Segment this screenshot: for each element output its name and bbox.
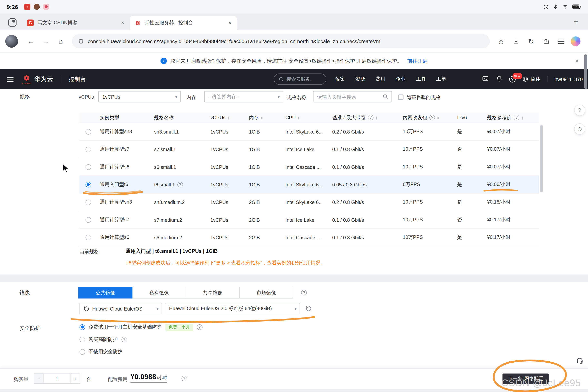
- download-icon[interactable]: [510, 35, 522, 48]
- bell-icon[interactable]: [496, 75, 502, 83]
- console-search-input[interactable]: 搜索云服务、: [274, 74, 326, 85]
- quantity-input[interactable]: [44, 374, 70, 384]
- column-help-icon[interactable]: ?: [368, 115, 374, 120]
- browser-menu-icon[interactable]: [555, 35, 568, 48]
- sort-icon[interactable]: [437, 116, 439, 120]
- memory-select[interactable]: --请选择内存-- ▾: [204, 91, 283, 102]
- security-option[interactable]: 不使用安全防护: [80, 348, 202, 356]
- tab-overview-icon[interactable]: [8, 18, 16, 26]
- security-option[interactable]: 免费试用一个月主机安全基础防护 免费一个月 ?: [80, 323, 202, 331]
- cell-pps: 10万PPS: [400, 234, 454, 241]
- huawei-favicon: [134, 20, 141, 26]
- spec-table-row[interactable]: 通用计算型s6 s6.medium.2 1vCPUs 2GiB Intel Ca…: [80, 229, 539, 246]
- security-help-icon[interactable]: ?: [196, 324, 202, 330]
- vcpu-select[interactable]: 1vCPUs ▾: [98, 91, 181, 102]
- console-nav-item[interactable]: 备案: [335, 76, 345, 82]
- column-help-icon[interactable]: ?: [429, 115, 435, 120]
- sort-icon[interactable]: [375, 116, 378, 120]
- fee-help-icon[interactable]: ?: [182, 376, 187, 382]
- huawei-cloud-logo[interactable]: HUAWEI 华为云: [22, 74, 54, 84]
- tab-close-icon[interactable]: ×: [226, 20, 233, 26]
- tab-close-icon[interactable]: ×: [119, 20, 126, 26]
- image-type-tab[interactable]: 共享镜像: [186, 287, 240, 298]
- image-refresh-icon[interactable]: [306, 306, 312, 313]
- forward-button[interactable]: →: [40, 35, 52, 48]
- row-radio[interactable]: [85, 182, 91, 188]
- language-switch[interactable]: 简体: [522, 76, 541, 82]
- column-header[interactable]: 规格名称: [151, 114, 208, 121]
- spec-info-icon[interactable]: ?: [177, 182, 183, 188]
- new-tab-button[interactable]: +: [572, 18, 580, 26]
- feedback-help-button[interactable]: ?: [574, 104, 585, 116]
- share-icon[interactable]: [540, 35, 552, 48]
- sort-icon[interactable]: [521, 116, 524, 120]
- console-nav-item[interactable]: 资源: [355, 76, 365, 82]
- cli-icon[interactable]: [482, 75, 489, 83]
- security-radio[interactable]: [80, 336, 85, 342]
- column-help-icon[interactable]: ?: [514, 115, 520, 120]
- copilot-icon[interactable]: [571, 36, 581, 46]
- row-radio[interactable]: [85, 199, 91, 205]
- customer-service-headset-icon[interactable]: [576, 357, 584, 365]
- image-os-select[interactable]: Huawei Cloud EulerOS ▾: [80, 303, 162, 314]
- spec-table-row[interactable]: 通用计算型s7 s7.medium.2 1vCPUs 2GiB Intel Ic…: [80, 211, 539, 229]
- quantity-increase-button[interactable]: +: [70, 374, 80, 384]
- spec-name-search-input[interactable]: [313, 91, 392, 102]
- image-version-value: Huawei Cloud EulerOS 2.0 标准版 64位(40GiB): [169, 305, 272, 312]
- spec-table-row[interactable]: 通用计算型sn3 sn3.small.1 1vCPUs 1GiB Intel S…: [80, 123, 539, 140]
- row-radio[interactable]: [85, 217, 91, 223]
- spec-table-row[interactable]: 通用计算型sn3 sn3.medium.2 1vCPUs 2GiB Intel …: [80, 194, 539, 211]
- row-radio[interactable]: [85, 164, 91, 170]
- row-radio[interactable]: [85, 234, 91, 240]
- search-icon[interactable]: [382, 94, 388, 101]
- security-radio[interactable]: [80, 324, 85, 330]
- account-name[interactable]: hw09111370: [554, 76, 583, 82]
- browser-tab-huawei-console[interactable]: 弹性云服务器 - 控制台 ×: [130, 16, 237, 30]
- feedback-smiley-button[interactable]: ☺: [574, 123, 585, 134]
- spec-table-row[interactable]: 通用计算型s7 s7.small.1 1vCPUs 1GiB Intel Ice…: [80, 141, 539, 158]
- hide-soldout-checkbox[interactable]: [398, 94, 404, 100]
- column-header[interactable]: 实例类型: [97, 114, 151, 121]
- console-nav-item[interactable]: 工具: [416, 76, 426, 82]
- image-version-select[interactable]: Huawei Cloud EulerOS 2.0 标准版 64位(40GiB) …: [165, 303, 300, 314]
- image-help-icon[interactable]: ?: [301, 290, 307, 296]
- notice-link[interactable]: 前往开启: [407, 58, 428, 64]
- column-header[interactable]: CPU: [282, 115, 329, 120]
- security-radio[interactable]: [80, 349, 85, 355]
- sort-icon[interactable]: [298, 116, 300, 120]
- sort-icon[interactable]: [261, 116, 263, 120]
- security-option[interactable]: 购买高阶防护 ?: [80, 335, 202, 344]
- url-bar[interactable]: console.huaweicloud.com/ecm/?agencyId=08…: [72, 34, 490, 48]
- image-type-tab[interactable]: 公共镜像: [78, 287, 132, 298]
- row-radio[interactable]: [85, 129, 91, 134]
- console-nav-item[interactable]: 工单: [436, 76, 446, 82]
- refresh-icon[interactable]: ↻: [525, 35, 537, 48]
- home-button[interactable]: ⌂: [54, 35, 67, 48]
- column-header[interactable]: 内网收发包 ?: [400, 114, 454, 121]
- table-scrollbar-thumb[interactable]: [540, 125, 543, 192]
- column-header[interactable]: vCPUs: [208, 115, 246, 120]
- console-nav-item[interactable]: 企业: [396, 76, 406, 82]
- console-menu-icon[interactable]: [7, 77, 14, 82]
- column-header[interactable]: 规格参考价 ?: [484, 114, 539, 121]
- browser-scrollbar-thumb[interactable]: [584, 54, 588, 89]
- sort-icon[interactable]: [228, 116, 230, 120]
- column-header[interactable]: 内存: [246, 114, 282, 121]
- back-button[interactable]: ←: [24, 35, 37, 48]
- row-radio[interactable]: [85, 146, 91, 152]
- image-type-tab[interactable]: 市场镜像: [239, 287, 293, 298]
- bookmark-star-icon[interactable]: ☆: [495, 35, 507, 48]
- column-header[interactable]: IPv6: [454, 115, 484, 120]
- column-header[interactable]: 基准 / 最大带宽 ?: [329, 114, 400, 121]
- console-home-link[interactable]: 控制台: [69, 76, 86, 83]
- help-icon[interactable]: ?NEW: [509, 76, 516, 82]
- image-type-tab[interactable]: 私有镜像: [132, 287, 186, 298]
- quantity-decrease-button[interactable]: −: [34, 374, 44, 384]
- browser-tab-csdn[interactable]: C 写文章-CSDN博客 ×: [22, 16, 130, 30]
- security-help-icon[interactable]: ?: [122, 336, 127, 342]
- spec-table-row[interactable]: 通用入门型t6 t6.small.1 ? 1vCPUs 1GiB Intel S…: [80, 176, 539, 193]
- console-nav-item[interactable]: 费用: [376, 76, 386, 82]
- browser-profile-avatar[interactable]: [5, 35, 18, 48]
- spec-table-row[interactable]: 通用计算型s6 s6.small.1 1vCPUs 1GiB Intel Cas…: [80, 158, 539, 176]
- notice-close-icon[interactable]: ×: [575, 57, 579, 65]
